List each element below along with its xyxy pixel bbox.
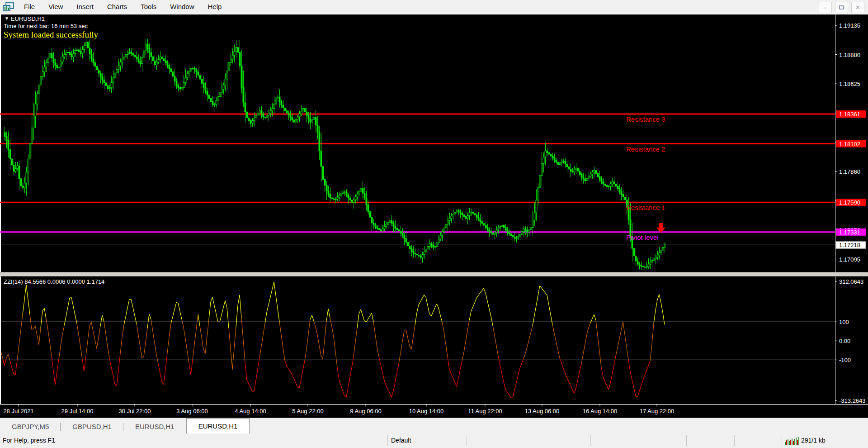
candle-body: [142, 57, 143, 64]
traffic-bar: [788, 439, 788, 445]
candle-body: [105, 83, 107, 86]
candle-body: [492, 233, 494, 234]
candle-body: [47, 58, 49, 62]
restore-button[interactable]: [835, 2, 848, 13]
candle-body: [17, 166, 18, 168]
candle-body: [335, 199, 336, 200]
candle-body: [375, 225, 376, 227]
traffic-bar: [793, 441, 794, 445]
candle-body: [532, 220, 533, 227]
chart-tab-gbpjpy-m5[interactable]: GBPJPY,M5: [0, 420, 61, 434]
status-divider: [467, 435, 467, 446]
status-divider: [387, 435, 388, 446]
candle-body: [122, 59, 123, 62]
candle-body: [290, 115, 291, 118]
candle-body: [241, 66, 242, 87]
chart-canvas[interactable]: 1.191351.188801.186251.183701.181151.178…: [0, 14, 868, 418]
candle-body: [543, 157, 544, 163]
candle-body: [268, 113, 269, 115]
candle-body: [460, 212, 461, 213]
status-bar: For Help, press F1 Default 291/1 kb: [0, 434, 868, 448]
candle-body: [73, 54, 74, 57]
candle-body: [181, 88, 183, 89]
candle-body: [639, 264, 640, 266]
candle-body: [263, 114, 264, 117]
candle-body: [91, 54, 92, 59]
candle-body: [583, 177, 584, 179]
minimize-button[interactable]: –: [819, 2, 832, 13]
candle-body: [84, 46, 85, 49]
candle-body: [179, 87, 181, 89]
menu-item-tools[interactable]: Tools: [134, 0, 163, 14]
candle-body: [568, 167, 570, 169]
status-divider: [540, 435, 540, 446]
menu-item-charts[interactable]: Charts: [100, 0, 134, 14]
chart-tab-eurusd-h1-active[interactable]: EURUSD,H1: [186, 418, 250, 434]
candle-body: [44, 67, 45, 71]
candle-body: [6, 137, 7, 141]
candle-body: [552, 156, 553, 158]
candle-body: [178, 86, 179, 87]
candle-body: [46, 62, 47, 67]
time-tick-label: 17 Aug 22:00: [640, 408, 675, 415]
chart-tab-eurusd-h1[interactable]: EURUSD,H1: [123, 420, 186, 434]
candle-body: [228, 62, 230, 71]
candle-body: [189, 71, 190, 74]
candle-body: [427, 246, 429, 249]
candle-body: [116, 69, 118, 73]
candle-body: [415, 253, 416, 254]
candle-body: [310, 119, 311, 122]
candle-body: [422, 255, 423, 257]
candle-body: [453, 214, 454, 216]
close-button[interactable]: ✕: [851, 2, 864, 13]
candle-body: [62, 57, 63, 62]
candle-body: [123, 57, 125, 59]
pane-splitter[interactable]: [0, 272, 868, 276]
menu-item-file[interactable]: File: [17, 0, 42, 14]
candle-body: [467, 216, 468, 219]
candle-body: [644, 267, 646, 267]
candle-body: [78, 50, 80, 52]
candle-body: [474, 214, 476, 215]
candle-body: [509, 232, 510, 234]
candle-body: [487, 228, 488, 230]
candle-body: [604, 184, 606, 186]
traffic-bar: [798, 437, 799, 445]
candle-body: [297, 117, 298, 119]
chart-tab-gbpusd-h1[interactable]: GBPUSD,H1: [61, 420, 123, 434]
chart-window[interactable]: 1.191351.188801.186251.183701.181151.178…: [0, 14, 868, 418]
mt4-application-window: FileViewInsertChartsToolsWindowHelp –✕ 1…: [0, 0, 868, 448]
candle-body: [96, 67, 98, 70]
candle-body: [425, 249, 427, 252]
menu-item-help[interactable]: Help: [201, 0, 229, 14]
candle-body: [212, 101, 213, 105]
menu-item-window[interactable]: Window: [163, 0, 201, 14]
candle-body: [102, 76, 103, 80]
indicator-tick-label: -100: [839, 357, 851, 363]
indicator-values-label: ZZI(14) 84.5566 0.0006 0.0000 1.1714: [4, 278, 104, 285]
candle-body: [539, 176, 541, 188]
candle-body: [40, 76, 42, 85]
candle-body: [136, 57, 137, 59]
candle-body: [167, 62, 168, 66]
candle-body: [380, 229, 382, 231]
candle-body: [398, 229, 400, 231]
candle-body: [346, 192, 347, 195]
candle-body: [404, 236, 405, 239]
candle-body: [438, 239, 439, 243]
candle-body: [331, 198, 333, 199]
candle-body: [49, 53, 51, 58]
candle-body: [384, 226, 385, 229]
menu-item-insert[interactable]: Insert: [70, 0, 100, 14]
candle-body: [369, 211, 371, 217]
candle-body: [521, 232, 523, 234]
candle-body: [586, 178, 588, 181]
candle-body: [577, 168, 579, 171]
menu-item-view[interactable]: View: [42, 0, 70, 14]
app-chart-icon[interactable]: [3, 2, 14, 12]
candle-body: [208, 95, 210, 99]
candle-body: [603, 182, 604, 184]
candle-body: [169, 66, 170, 69]
candle-body: [396, 228, 398, 229]
candle-body: [534, 213, 535, 220]
